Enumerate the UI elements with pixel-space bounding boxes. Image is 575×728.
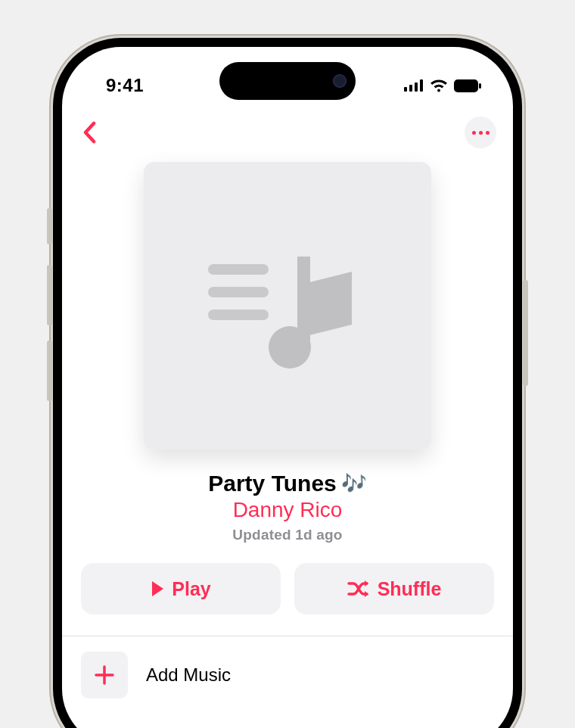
wifi-icon	[430, 79, 448, 92]
add-icon-box	[81, 652, 128, 698]
ellipsis-icon	[486, 131, 490, 135]
playlist-placeholder-icon	[208, 241, 367, 370]
svg-rect-2	[415, 82, 418, 92]
status-icons	[404, 79, 481, 92]
playlist-title-text: Party Tunes	[208, 471, 337, 496]
status-time: 9:41	[106, 75, 144, 96]
back-button[interactable]	[74, 117, 104, 148]
nav-bar	[62, 103, 513, 154]
play-label: Play	[172, 578, 210, 600]
dynamic-island	[219, 62, 356, 100]
svg-rect-1	[409, 85, 412, 92]
side-button	[47, 265, 52, 325]
svg-rect-8	[208, 310, 269, 320]
shuffle-label: Shuffle	[378, 578, 442, 600]
plus-icon	[93, 664, 116, 686]
playlist-content: Party Tunes 🎶 Danny Rico Updated 1d ago …	[62, 162, 513, 614]
phone-frame: 9:41	[53, 38, 522, 728]
ellipsis-icon	[479, 131, 483, 135]
side-button	[523, 280, 528, 386]
battery-icon	[454, 79, 481, 92]
svg-rect-7	[208, 287, 269, 297]
play-icon	[151, 580, 164, 597]
side-button	[47, 341, 52, 401]
shuffle-icon	[347, 580, 370, 598]
playlist-artwork[interactable]	[144, 162, 431, 450]
add-music-label: Add Music	[146, 664, 231, 686]
svg-rect-6	[208, 264, 269, 275]
playlist-updated: Updated 1d ago	[81, 527, 494, 543]
play-button[interactable]: Play	[81, 563, 281, 614]
action-row: Play Shuffle	[81, 563, 494, 614]
svg-rect-3	[420, 79, 423, 92]
svg-rect-0	[404, 87, 407, 92]
side-button	[47, 208, 52, 244]
shuffle-button[interactable]: Shuffle	[294, 563, 494, 614]
music-notes-icon: 🎶	[341, 471, 367, 496]
playlist-author[interactable]: Danny Rico	[81, 498, 494, 522]
svg-rect-4	[454, 79, 478, 92]
screen: 9:41	[62, 47, 513, 728]
svg-point-10	[269, 326, 311, 369]
camera-icon	[333, 74, 347, 88]
chevron-left-icon	[82, 121, 96, 144]
playlist-title: Party Tunes 🎶	[208, 471, 367, 496]
svg-rect-5	[479, 83, 481, 89]
more-button[interactable]	[465, 117, 496, 148]
ellipsis-icon	[472, 131, 476, 135]
add-music-button[interactable]: Add Music	[62, 636, 513, 698]
cellular-icon	[404, 79, 424, 92]
